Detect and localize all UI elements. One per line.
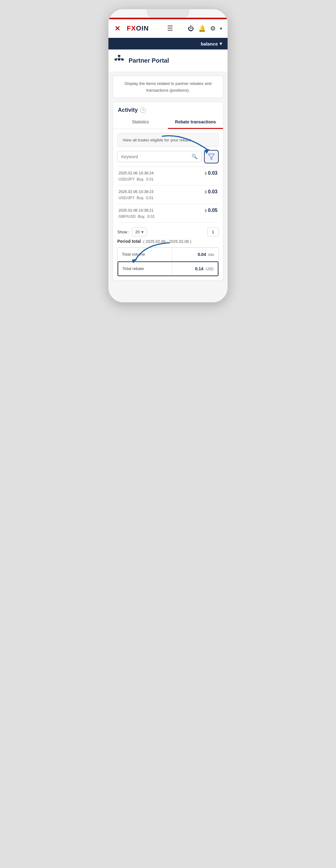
- transaction-date: 2025.02.06 10:39:24: [119, 171, 154, 175]
- summary-row-volume: Total volume 0.04 lots: [118, 248, 218, 261]
- transaction-details: GBP/USD Buy, 0.01: [119, 214, 217, 219]
- view-message: View all trades eligible for your rebate…: [117, 133, 219, 147]
- svg-marker-12: [208, 154, 214, 159]
- summary-row-rebate: Total rebate 0.14 USD: [118, 261, 218, 276]
- logo-icon: ✕: [114, 23, 125, 34]
- activity-section: Activity ? Statistics Rebate transaction…: [113, 102, 223, 280]
- transaction-date: 2025.02.06 10:39:23: [119, 190, 154, 194]
- hamburger-menu[interactable]: ☰: [167, 25, 173, 32]
- select-chevron: ▾: [142, 230, 144, 234]
- tab-statistics[interactable]: Statistics: [113, 116, 168, 129]
- logo-text: FXOIN: [127, 25, 149, 32]
- transaction-list: 2025.02.06 10:39:24 $ 0.03 USD/JPY Buy, …: [117, 166, 219, 223]
- activity-title: Activity: [118, 107, 138, 113]
- filter-button[interactable]: [204, 150, 219, 163]
- portal-description: Display the items related to partner reb…: [113, 76, 223, 98]
- svg-text:✕: ✕: [115, 25, 120, 32]
- page-number[interactable]: 1: [207, 227, 219, 237]
- portal-header: Partner Portal: [109, 50, 227, 72]
- header-icons: ⏻ 🔔 ⚙ ▾: [188, 25, 222, 32]
- app-header: ✕ FXOIN ☰ ⏻ 🔔 ⚙ ▾: [109, 19, 227, 38]
- balance-chevron: ▾: [220, 41, 222, 46]
- svg-rect-5: [121, 59, 124, 60]
- activity-tabs: Statistics Rebate transactions: [113, 116, 223, 129]
- search-input-wrap[interactable]: 🔍: [117, 151, 202, 162]
- transaction-details: USD/JPY Buy, 0.01: [119, 196, 217, 200]
- phone-notch: [147, 9, 189, 18]
- tab-rebate-transactions[interactable]: Rebate transactions: [168, 116, 223, 129]
- partner-portal-icon: [114, 54, 124, 67]
- power-icon[interactable]: ⏻: [188, 25, 194, 32]
- table-row: 2025.02.06 10:39:21 $ 0.05 GBP/USD Buy, …: [117, 204, 219, 223]
- period-total: Period total ( 2025.02.06 - 2025.02.06 )…: [117, 239, 219, 276]
- transaction-details: USD/JPY Buy, 0.01: [119, 177, 217, 181]
- table-row: 2025.02.06 10:39:24 $ 0.03 USD/JPY Buy, …: [117, 167, 219, 185]
- header-chevron[interactable]: ▾: [220, 26, 222, 31]
- balance-label: balance: [201, 41, 218, 46]
- summary-value-volume: 0.04 lots: [172, 248, 218, 261]
- search-icon: 🔍: [191, 154, 197, 159]
- transaction-date: 2025.02.06 10:39:21: [119, 208, 154, 213]
- svg-rect-4: [118, 59, 120, 60]
- portal-title: Partner Portal: [129, 57, 169, 64]
- period-label: Period total ( 2025.02.06 - 2025.02.06 ): [117, 239, 219, 244]
- search-input[interactable]: [121, 154, 191, 159]
- show-label: Show : 20 ▾: [117, 227, 147, 237]
- gear-icon[interactable]: ⚙: [210, 25, 216, 32]
- show-select[interactable]: 20 ▾: [132, 227, 147, 237]
- summary-value-rebate: 0.14 USD: [172, 262, 218, 276]
- balance-bar[interactable]: balance ▾: [109, 38, 227, 50]
- logo: ✕ FXOIN: [114, 23, 149, 34]
- summary-label-volume: Total volume: [118, 248, 172, 261]
- summary-table: Total volume 0.04 lots Total rebate 0.14…: [117, 247, 219, 276]
- svg-rect-2: [118, 55, 120, 57]
- table-row: 2025.02.06 10:39:23 $ 0.03 USD/JPY Buy, …: [117, 185, 219, 204]
- activity-header: Activity ?: [113, 102, 223, 116]
- bell-icon[interactable]: 🔔: [198, 25, 206, 32]
- summary-label-rebate: Total rebate: [118, 262, 172, 275]
- funnel-icon: [208, 154, 215, 160]
- svg-rect-3: [115, 59, 117, 60]
- search-row: 🔍: [117, 150, 219, 163]
- activity-help-icon[interactable]: ?: [140, 107, 146, 113]
- pagination-row: Show : 20 ▾ 1: [117, 227, 219, 237]
